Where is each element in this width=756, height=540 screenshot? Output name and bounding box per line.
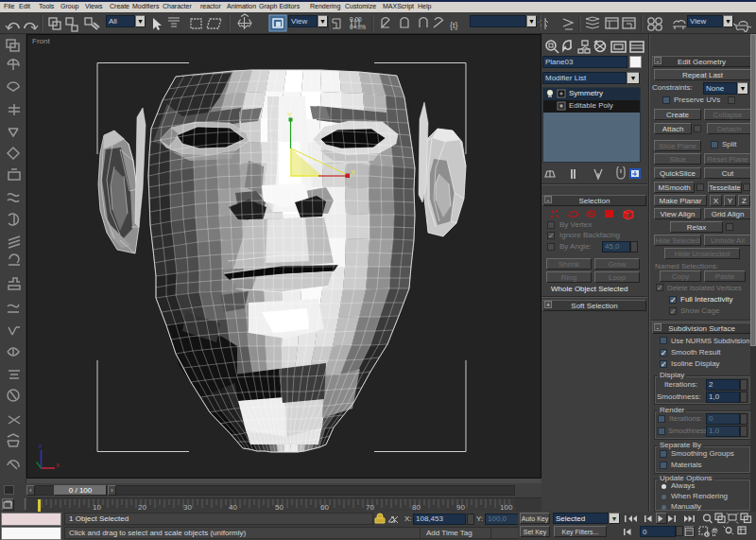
svg-text:0+□%: 0+□%: [350, 24, 366, 30]
svg-text:X: X: [351, 168, 356, 177]
svg-text:0.00: 0.00: [350, 16, 362, 23]
svg-text:z: z: [39, 443, 42, 449]
svg-text:{t}: {t}: [450, 21, 458, 30]
svg-text:Y: Y: [287, 111, 293, 119]
svg-text:x: x: [57, 462, 60, 468]
